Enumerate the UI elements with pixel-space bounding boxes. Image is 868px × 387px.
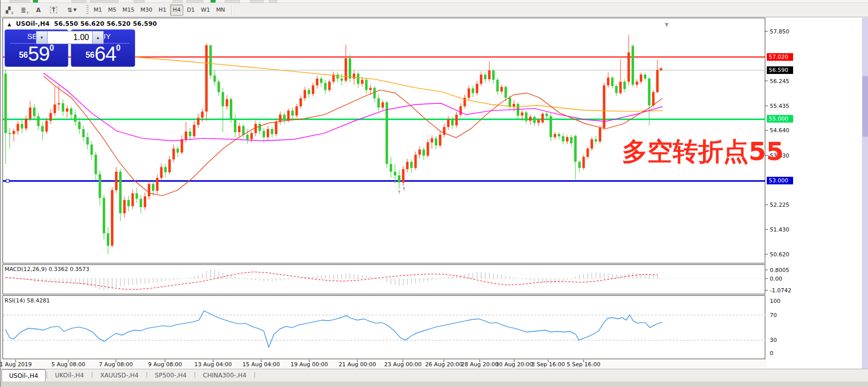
rsi-label: RSI(14) 58.4281: [5, 297, 50, 304]
chart-annotation-text: 多空转折点55: [622, 135, 784, 169]
toolbar-sliver-green-icon: [33, 0, 38, 3]
symbol-direction-icon: ▲: [8, 22, 11, 27]
chevron-down-icon: ▼: [40, 35, 44, 40]
fibonacci-icon: ≣: [21, 7, 26, 14]
text-label-tool-button[interactable]: T: [47, 5, 60, 16]
chevron-up-icon: ▲: [96, 35, 100, 40]
axis-tick-label: 50.620: [770, 251, 790, 258]
time-tick-label: 7 Aug 08:00: [99, 361, 133, 368]
time-tick-label: 23 Aug 00:00: [384, 361, 422, 368]
timeframe-group: M1M5M15M30H1H4D1W1MN: [91, 5, 228, 16]
arrange-icon: ⇅: [67, 7, 72, 14]
price-badge: 55.000: [767, 115, 793, 123]
toolbar-sliver: [173, 0, 183, 3]
macd-panel[interactable]: [3, 264, 765, 294]
text-icon: A: [36, 7, 40, 14]
price-badge: 56.590: [767, 66, 793, 74]
scrollbar-thumb[interactable]: [862, 76, 868, 137]
volume-increase-button[interactable]: ▲: [92, 31, 104, 44]
one-click-trade-panel: SELL 56590 BUY 56640 ▼ ▲: [5, 29, 135, 67]
rsi-value: 58.4281: [27, 297, 50, 304]
toolbar-sliver: [269, 0, 277, 3]
time-tick-label: 19 Aug 00:00: [291, 361, 328, 368]
time-tick-label: 15 Aug 04:00: [242, 361, 280, 368]
axis-tick-label: 56.245: [770, 78, 790, 85]
symbol-name: USOil-,H4: [16, 20, 50, 27]
scrollbar[interactable]: [862, 18, 868, 369]
time-tick-label: 3 Sep 16:00: [531, 361, 565, 368]
quote-low: 56.520: [107, 20, 131, 27]
price-badge: 57.020: [767, 53, 793, 61]
toolbar-sliver: [250, 0, 264, 3]
tab-usoil[interactable]: USOil-,H4: [2, 369, 46, 381]
time-tick-label: 30 Aug 20:00: [495, 361, 533, 368]
tab-sp500[interactable]: SP500-,H4: [148, 369, 194, 381]
time-tick-label: 28 Aug 20:00: [461, 361, 499, 368]
time-tick-label: 5 Sep 16:00: [567, 361, 600, 368]
time-tick-label: 9 Aug 08:00: [148, 361, 182, 368]
macd-signal-value: 0.3573: [70, 266, 90, 273]
quote-header: ▲ USOil-,H4 56.550 56.620 56.520 56.590: [8, 20, 157, 27]
time-tick-label: 5 Aug 08:00: [51, 361, 85, 368]
price-badge: 53.000: [767, 177, 793, 184]
axis-tick-label: 70: [770, 312, 777, 319]
volume-decrease-button[interactable]: ▼: [36, 31, 48, 44]
timeframe-button-m5[interactable]: M5: [106, 5, 119, 16]
toolbar-sliver: [90, 0, 118, 3]
axis-tick-label: 54.640: [770, 127, 790, 134]
mt4-window: { "toolbar": { "timeframes": ["M1","M5",…: [0, 0, 868, 387]
time-tick-label: 1 Aug 2019: [0, 361, 32, 368]
time-tick-label: 21 Aug 00:00: [339, 361, 376, 368]
buy-price: 56640: [71, 43, 135, 65]
axis-tick-label: 0: [770, 350, 773, 357]
text-label-icon: T: [50, 7, 58, 13]
quote-high: 56.620: [80, 20, 105, 27]
tab-ukoil[interactable]: UKOil-,H4: [48, 369, 91, 381]
timeframe-button-h1[interactable]: H1: [156, 5, 169, 16]
toolbar-sliver: [71, 0, 87, 3]
timeframe-button-h4[interactable]: H4: [170, 5, 183, 16]
timeframe-button-m30[interactable]: M30: [138, 5, 155, 16]
equidistant-channel-icon: ▞: [6, 7, 10, 14]
axis-tick-label: 55.435: [770, 103, 790, 109]
timeframe-button-m1[interactable]: M1: [91, 5, 105, 16]
quote-open: 56.550: [54, 20, 78, 27]
arrange-tool-button[interactable]: ⇅ ▼: [62, 5, 81, 16]
macd-label: MACD(12,26,9) 0.3362 0.3573: [5, 266, 90, 273]
axis-tick-label: 57.850: [770, 28, 790, 35]
tab-china300[interactable]: CHINA300-,H4: [196, 369, 254, 381]
toolbar-sliver: [10, 0, 30, 3]
fibonacci-tool-button[interactable]: ≣ F: [17, 5, 30, 16]
time-tick-label: 26 Aug 20:00: [425, 361, 463, 368]
text-tool-button[interactable]: A: [32, 5, 45, 16]
timeframe-button-d1[interactable]: D1: [184, 5, 197, 16]
timeframe-button-mn[interactable]: MN: [214, 5, 228, 16]
volume-stepper: ▼ ▲: [36, 31, 104, 44]
toolbar-separator: [231, 5, 232, 15]
quote-close: 56.590: [133, 20, 157, 27]
axis-tick-label: 100: [770, 298, 780, 304]
sell-price: 56590: [5, 43, 68, 65]
toolbar-sliver: [186, 0, 203, 3]
volume-input[interactable]: [48, 31, 92, 44]
timeframe-button-m15[interactable]: M15: [120, 5, 137, 16]
chevron-down-icon: ▼: [73, 8, 76, 12]
toolbar-sliver: [134, 0, 145, 3]
status-strip: [1, 381, 868, 387]
rsi-panel[interactable]: [3, 295, 765, 359]
axis-tick-label: 30: [770, 337, 777, 343]
equidistant-channel-tool-button[interactable]: ▞ E: [2, 5, 15, 16]
toolbar-sliver-green-icon: [211, 0, 216, 3]
toolbar-sliver: [225, 0, 240, 3]
chart-tabs-bar: USOil-,H4 | UKOil-,H4 | XAUUSD-,H4 | SP5…: [1, 369, 868, 381]
macd-main-value: 0.3362: [49, 266, 68, 273]
toolbar-grip[interactable]: [87, 5, 89, 15]
axis-tick-label: -1.0742: [770, 287, 791, 294]
timeframe-button-w1[interactable]: W1: [198, 5, 213, 16]
time-tick-label: 13 Aug 04:00: [194, 361, 232, 368]
axis-tick-label: 0.8005: [770, 267, 790, 274]
axis-tick-label: 52.225: [770, 202, 790, 208]
tab-xauusd[interactable]: XAUUSD-,H4: [93, 369, 146, 381]
toolbar: ▞ E ≣ F A T ⇅ ▼ M1M5M15M30H1H4D1W1MN: [1, 3, 868, 17]
axis-tick-label: 51.430: [770, 226, 790, 233]
